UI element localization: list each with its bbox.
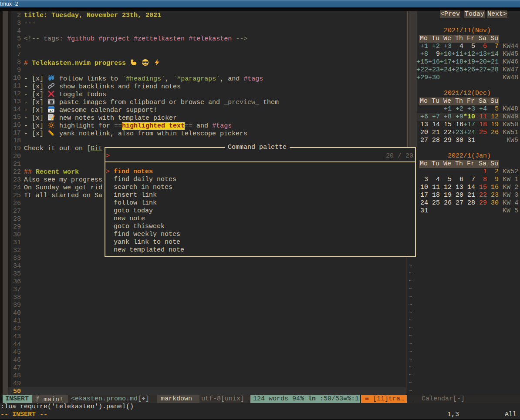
svg-text:17: 17 bbox=[49, 109, 53, 113]
